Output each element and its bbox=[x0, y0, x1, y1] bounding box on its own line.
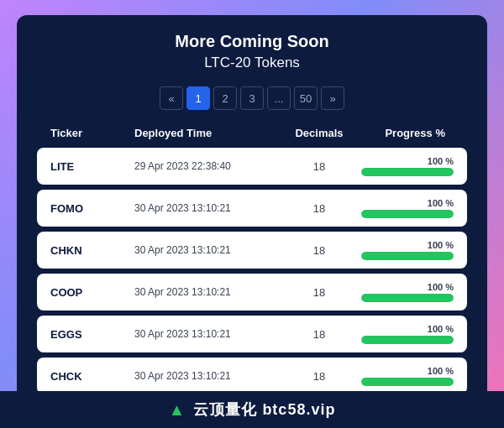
main-card: More Coming Soon LTC-20 Tokens « 1 2 3 .… bbox=[17, 15, 487, 413]
ticker-cell: EGGS bbox=[50, 328, 134, 341]
progress-cell: 100 % bbox=[361, 240, 460, 260]
table-row: CHKN 30 Apr 2023 13:10:21 18 100 % bbox=[37, 232, 467, 269]
progress-label: 100 % bbox=[428, 324, 454, 334]
table-row: EGGS 30 Apr 2023 13:10:21 18 100 % bbox=[37, 316, 467, 352]
progress-label: 100 % bbox=[428, 282, 454, 292]
table-row: COOP 30 Apr 2023 13:10:21 18 100 % bbox=[37, 274, 467, 311]
progress-bar-fill bbox=[361, 252, 454, 260]
time-cell: 30 Apr 2023 13:10:21 bbox=[134, 202, 277, 214]
table-header: Ticker Deployed Time Decimals Progress % bbox=[37, 122, 467, 144]
ticker-cell: FOMO bbox=[50, 202, 134, 215]
progress-label: 100 % bbox=[428, 240, 454, 250]
col-progress: Progress % bbox=[361, 127, 454, 139]
decimals-cell: 18 bbox=[277, 244, 361, 257]
progress-cell: 100 % bbox=[361, 282, 460, 302]
table-row: CHCK 30 Apr 2023 13:10:21 18 100 % bbox=[37, 358, 467, 394]
col-deployed-time: Deployed Time bbox=[134, 127, 277, 139]
decimals-cell: 18 bbox=[277, 370, 361, 383]
col-ticker: Ticker bbox=[50, 127, 134, 139]
ticker-cell: CHKN bbox=[50, 244, 134, 257]
progress-bar-bg bbox=[361, 378, 454, 386]
progress-bar-fill bbox=[361, 294, 454, 302]
table-body: LITE 29 Apr 2023 22:38:40 18 100 % FOMO … bbox=[37, 148, 467, 399]
progress-bar-bg bbox=[361, 210, 454, 218]
watermark-text: 云顶量化 btc58.vip bbox=[193, 399, 335, 420]
progress-bar-fill bbox=[361, 336, 454, 344]
progress-bar-fill bbox=[361, 210, 454, 218]
time-cell: 30 Apr 2023 13:10:21 bbox=[134, 328, 277, 340]
progress-bar-fill bbox=[361, 378, 454, 386]
page-3-button[interactable]: 3 bbox=[240, 86, 264, 110]
next-page-button[interactable]: » bbox=[321, 86, 344, 110]
page-50-button[interactable]: 50 bbox=[294, 86, 318, 110]
table-row: FOMO 30 Apr 2023 13:10:21 18 100 % bbox=[37, 190, 467, 227]
progress-cell: 100 % bbox=[361, 324, 460, 344]
time-cell: 30 Apr 2023 13:10:21 bbox=[134, 286, 277, 298]
ticker-cell: COOP bbox=[50, 286, 134, 299]
progress-cell: 100 % bbox=[361, 366, 460, 386]
ticker-cell: LITE bbox=[50, 160, 134, 173]
watermark-icon: ▲ bbox=[169, 400, 186, 420]
progress-bar-bg bbox=[361, 294, 454, 302]
time-cell: 30 Apr 2023 13:10:21 bbox=[134, 370, 277, 382]
progress-bar-bg bbox=[361, 336, 454, 344]
decimals-cell: 18 bbox=[277, 202, 361, 215]
watermark-bar: ▲ 云顶量化 btc58.vip bbox=[0, 391, 504, 428]
progress-label: 100 % bbox=[428, 198, 454, 208]
time-cell: 30 Apr 2023 13:10:21 bbox=[134, 244, 277, 256]
prev-page-button[interactable]: « bbox=[160, 86, 183, 110]
page-1-button[interactable]: 1 bbox=[186, 86, 210, 110]
progress-cell: 100 % bbox=[361, 156, 460, 176]
title-section: More Coming Soon LTC-20 Tokens bbox=[37, 32, 467, 81]
progress-label: 100 % bbox=[428, 366, 454, 376]
coming-soon-title: More Coming Soon bbox=[37, 32, 467, 51]
ticker-cell: CHCK bbox=[50, 370, 134, 383]
progress-cell: 100 % bbox=[361, 198, 460, 218]
progress-label: 100 % bbox=[428, 156, 454, 166]
table-row: LITE 29 Apr 2023 22:38:40 18 100 % bbox=[37, 148, 467, 185]
progress-bar-bg bbox=[361, 168, 454, 176]
decimals-cell: 18 bbox=[277, 328, 361, 341]
decimals-cell: 18 bbox=[277, 286, 361, 299]
col-decimals: Decimals bbox=[277, 127, 361, 139]
progress-bar-bg bbox=[361, 252, 454, 260]
decimals-cell: 18 bbox=[277, 160, 361, 173]
time-cell: 29 Apr 2023 22:38:40 bbox=[134, 160, 277, 172]
page-ellipsis: ... bbox=[267, 86, 291, 110]
progress-bar-fill bbox=[361, 168, 454, 176]
page-2-button[interactable]: 2 bbox=[213, 86, 237, 110]
pagination: « 1 2 3 ... 50 » bbox=[37, 86, 467, 110]
subtitle: LTC-20 Tokens bbox=[37, 55, 467, 71]
